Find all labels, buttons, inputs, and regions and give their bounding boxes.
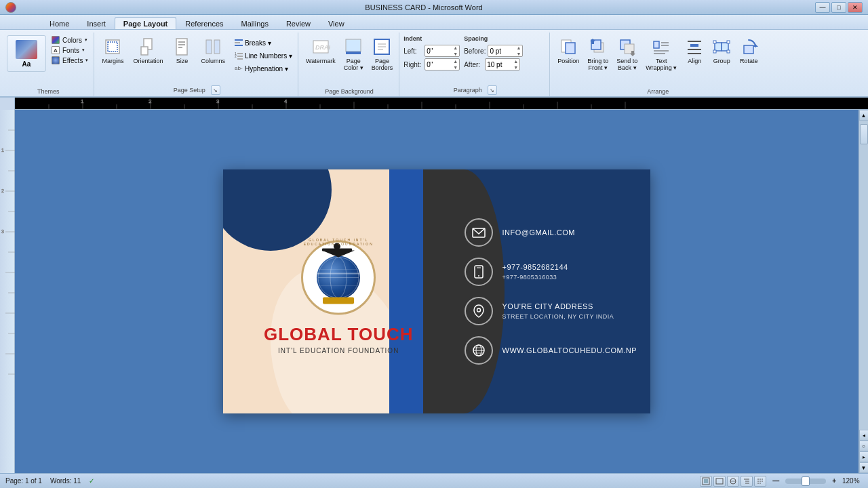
scroll-down-button[interactable]: ▼ [859,462,869,473]
align-button[interactable]: Align [682,35,707,73]
tab-insert[interactable]: Insert [78,17,115,29]
document-area: GLOBAL TOUCH INT'L EDUCATION FOUNDATION … [15,110,859,473]
watermark-button[interactable]: DRAFT Watermark [302,35,339,73]
page-color-button[interactable]: Page Color ▾ [340,35,367,73]
rotate-icon [739,37,758,56]
logo-globe [317,256,360,300]
scroll-thumb[interactable] [860,124,868,144]
scroll-page-down[interactable]: ▸ [859,451,869,462]
contact-phone-icon-circle [465,258,493,286]
indent-right-up[interactable]: ▲ [453,58,458,64]
indent-left-down[interactable]: ▼ [453,51,458,57]
scroll-page-up[interactable]: ◂ [859,430,869,441]
effects-button[interactable]: Effects ▾ [50,56,90,65]
bring-to-front-button[interactable]: Bring to Front ▾ [584,35,612,73]
scroll-track[interactable] [859,121,869,430]
svg-rect-107 [716,479,723,484]
hyphenation-button[interactable]: ab- Hyphenation ▾ [231,62,295,75]
indent-right-down[interactable]: ▼ [453,64,458,70]
website-icon [471,343,486,358]
align-icon [685,37,704,56]
themes-options: Colors ▾ A Fonts ▾ Effects ▾ [50,35,90,65]
columns-button[interactable]: Columns [197,35,229,75]
breaks-button[interactable]: Breaks ▾ [231,37,295,49]
address-icon [471,304,486,319]
zoom-slider[interactable] [785,479,826,484]
tab-review[interactable]: Review [277,17,319,29]
spacing-before-down[interactable]: ▼ [517,51,521,57]
spacing-after-label: After: [464,61,483,68]
size-button[interactable]: Size [169,35,195,75]
indent-right-spinbox[interactable]: 0" ▲ ▼ [425,58,460,70]
svg-rect-49 [744,45,753,54]
page-bg-label: Page Background [325,88,374,95]
spacing-before-label: Before: [464,47,486,55]
fonts-button[interactable]: A Fonts ▾ [50,45,90,55]
close-button[interactable]: ✕ [848,2,863,13]
margins-button[interactable]: Margins [98,35,127,75]
spacing-after-down[interactable]: ▼ [513,64,518,70]
outline-btn[interactable] [741,476,753,487]
orientation-button[interactable]: Orientation [130,35,166,75]
indent-right-row: Right: 0" ▲ ▼ [403,58,460,70]
paragraph-label: Paragraph [454,87,482,94]
svg-rect-106 [704,479,708,483]
scroll-page-select[interactable]: ○ [859,441,869,451]
tab-page-layout[interactable]: Page Layout [115,17,176,29]
themes-button[interactable]: Aa [7,35,46,72]
zoom-in-btn[interactable]: + [830,477,838,485]
send-to-back-button[interactable]: Send to Back ▾ [613,35,641,73]
phone-icon [471,264,486,279]
ribbon-group-page-setup: Margins Orientation Size [96,33,298,96]
group-button[interactable]: Group [709,35,734,73]
business-card: GLOBAL TOUCH INT'L EDUCATION FOUNDATION … [223,169,650,413]
web-layout-btn[interactable] [727,476,739,487]
spacing-before-up[interactable]: ▲ [517,45,521,51]
logo-globe-svg [317,256,360,300]
tab-home[interactable]: Home [41,17,78,29]
contact-address-text: YOU'RE CITY ADDRESS STREET LOCATION, NY … [502,301,614,321]
svg-rect-28 [566,43,575,54]
colors-button[interactable]: Colors ▾ [50,35,90,45]
app-icon [5,2,16,13]
zoom-out-btn[interactable]: — [770,477,781,485]
line-numbers-button[interactable]: 12 Line Numbers ▾ [231,49,295,62]
page-setup-expand[interactable]: ↘ [211,85,220,95]
contact-email-row: INFO@GMAIL.COM [465,218,637,247]
page-color-icon [344,37,363,56]
text-wrapping-button[interactable]: Text Wrapping ▾ [642,35,680,73]
indent-left-up[interactable]: ▲ [453,45,458,51]
send-to-back-icon [618,37,637,56]
indent-left-spinbox[interactable]: 0" ▲ ▼ [425,45,460,57]
contact-website-text: WWW.GLOBALTOCUHEDU.COM.NP [502,345,637,357]
draft-btn[interactable] [754,476,766,487]
scroll-up-button[interactable]: ▲ [859,110,869,121]
full-screen-btn[interactable] [713,476,726,487]
contact-address-icon-circle [465,297,493,325]
ruler-corner [0,98,15,110]
minimize-button[interactable]: — [815,2,830,13]
ribbon-group-page-bg: DRAFT Watermark Page Color ▾ Page Bor [300,33,399,96]
tab-view[interactable]: View [319,17,353,29]
spacing-before-spinbox[interactable]: 0 pt ▲ ▼ [488,45,523,57]
tab-mailings[interactable]: Mailings [233,17,277,29]
svg-text:4: 4 [284,98,288,104]
spacing-after-up[interactable]: ▲ [513,58,518,64]
print-layout-btn[interactable] [700,476,712,487]
paragraph-expand[interactable]: ↘ [488,85,497,95]
zoom-thumb[interactable] [802,476,810,486]
ribbon-group-themes: Aa Colors ▾ A Fonts ▾ Effects ▾ [3,33,94,96]
tab-references[interactable]: References [176,17,232,29]
svg-rect-12 [235,45,243,46]
svg-rect-39 [690,44,698,47]
maximize-button[interactable]: □ [831,2,846,13]
themes-group-label: Themes [3,88,94,95]
svg-rect-47 [727,50,730,53]
page-borders-button[interactable]: Page Borders [368,35,397,73]
svg-rect-17 [237,58,243,60]
spacing-after-spinbox[interactable]: 10 pt ▲ ▼ [485,58,520,70]
position-button[interactable]: Position [554,35,583,73]
check-icon: ✓ [89,477,94,485]
svg-point-99 [477,308,480,312]
rotate-button[interactable]: Rotate [736,35,762,73]
